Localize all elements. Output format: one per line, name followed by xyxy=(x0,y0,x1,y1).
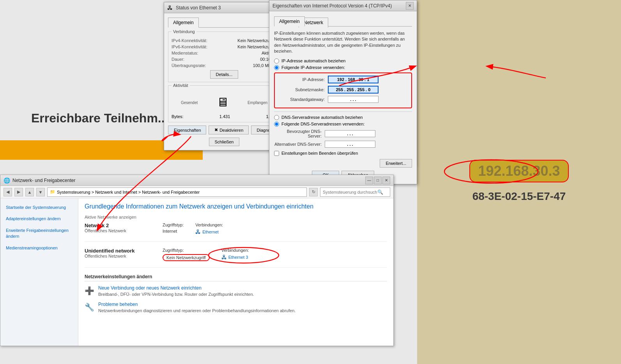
verbindung-title: Verbindung xyxy=(172,29,196,34)
ethernet-icon-1: 🖧 xyxy=(195,229,201,235)
nc-addressbar: ◀ ▶ ▲ ▼ 📁 Systemsteuerung > Netzwerk und… xyxy=(0,186,393,198)
subnet-label: Subnetzmaske: xyxy=(277,87,328,92)
network-entry-2: Unidentified network Öffentliches Netzwe… xyxy=(85,248,387,268)
ipv4-label: IPv4-Konnektivität: xyxy=(172,38,207,43)
settings-item-1: ➕ Neue Verbindung oder neues Netzwerk ei… xyxy=(85,285,387,297)
gateway-input[interactable] xyxy=(328,96,379,103)
tcpip-titlebar[interactable]: Eigenschaften von Internet Protocol Vers… xyxy=(269,0,417,11)
network-center: 🌐 Netzwerk- und Freigabecenter — □ ✕ ◀ ▶… xyxy=(0,175,394,346)
settings-text-1: Neue Verbindung oder neues Netzwerk einr… xyxy=(98,285,387,297)
search-input[interactable] xyxy=(323,190,377,194)
verify-checkbox[interactable] xyxy=(274,151,279,156)
sidebar-medien[interactable]: Medienstreamingooptionen xyxy=(4,244,75,253)
nc-sidebar: Startseite der Systemsteuerung Adapterei… xyxy=(0,198,78,346)
subnet-input[interactable] xyxy=(328,86,379,94)
speed-row: Übertragungsrate: 100,0 MBit/s xyxy=(172,63,277,68)
verbindungen-val-1: 🖧 Ethernet xyxy=(195,229,223,235)
nc-titlebar[interactable]: 🌐 Netzwerk- und Freigabecenter — □ ✕ xyxy=(0,175,393,186)
tcpip-tabs: Allgemein xyxy=(274,16,412,27)
tcpip-dialog: Eigenschaften von Internet Protocol Vers… xyxy=(269,0,417,184)
network-1-name-col: Network 2 Öffentliches Netzwerk xyxy=(85,223,163,233)
tcpip-info: IP-Einstellungen können automatisch zuge… xyxy=(274,30,412,55)
back-button[interactable]: ◀ xyxy=(4,188,12,196)
sent-label: Gesendet xyxy=(181,101,198,105)
ethernet-icon-2: 🖧 xyxy=(221,254,227,260)
troubleshoot-desc: Netzwerkverbindungen diagnostizieren und… xyxy=(98,308,295,313)
nc-controls: — □ ✕ xyxy=(365,177,390,184)
ip-address-input[interactable] xyxy=(328,76,379,83)
nc-main: Grundlegende Informationen zum Netzwerk … xyxy=(78,198,393,346)
recent-button[interactable]: ▼ xyxy=(36,188,45,196)
search-icon: 🔍 xyxy=(377,189,383,195)
breadcrumb-text: Systemsteuerung > Netzwerk und Internet … xyxy=(57,190,200,194)
bytes-sent: 1.431 xyxy=(219,114,230,119)
verbindungen-key-1: Verbindungen: xyxy=(195,223,223,227)
mac-display: 68-3E-02-15-E7-47 xyxy=(472,190,566,203)
deactivate-icon: ✖ xyxy=(214,127,218,133)
up-button[interactable]: ▲ xyxy=(25,188,34,196)
media-row: Medienstatus: Aktiviert xyxy=(172,51,277,55)
manual-ip-radio[interactable] xyxy=(274,65,279,70)
troubleshoot-icon: 🔧 xyxy=(85,302,94,313)
auto-ip-radio[interactable] xyxy=(274,58,279,64)
details-button[interactable]: Details... xyxy=(210,70,239,79)
bytes-row: Bytes: 1.431 1.651 xyxy=(172,114,277,119)
subnet-row: Subnetzmaske: xyxy=(277,86,409,94)
refresh-button[interactable]: ↻ xyxy=(309,188,318,196)
aktivitaet-section: Aktivität Gesendet 🖥 Empfangen Bytes: 1.… xyxy=(168,85,280,122)
auto-dns-radio[interactable] xyxy=(274,115,279,120)
zugriff-val-2: Kein Netzwerkzugriff xyxy=(163,254,210,261)
kein-badge: Kein Netzwerkzugriff xyxy=(163,254,210,261)
tcpip-close[interactable]: ✕ xyxy=(406,2,414,10)
ethernet-3-link[interactable]: Ethernet 3 xyxy=(228,255,248,260)
close-row: Schließen xyxy=(168,138,280,146)
new-connection-link[interactable]: Neue Verbindung oder neues Netzwerk einr… xyxy=(98,285,387,291)
ipv4-row: IPv4-Konnektivität: Kein Netzwerkzugriff xyxy=(172,38,277,43)
search-box: 🔍 xyxy=(320,187,390,197)
sidebar-startseite[interactable]: Startseite der Systemsteuerung xyxy=(4,203,75,212)
speed-label: Übertragungsrate: xyxy=(172,63,206,68)
zugriffstyp-group-2: Zugriffstyp: Kein Netzwerkzugriff xyxy=(163,248,210,261)
erweitern-button[interactable]: Erweitert... xyxy=(380,159,412,168)
settings-item-2: 🔧 Probleme beheben Netzwerkverbindungen … xyxy=(85,302,387,313)
nc-close[interactable]: ✕ xyxy=(382,177,390,184)
status-titlebar[interactable]: 🖧 Status von Ethernet 3 ✕ xyxy=(164,2,284,13)
status-dialog: 🖧 Status von Ethernet 3 ✕ Allgemein Verb… xyxy=(164,2,285,150)
verbindungen-group-2: Verbindungen: 🖧 Ethernet 3 xyxy=(221,248,249,261)
manual-dns-row: Folgende DNS-Serveradressen verwenden: xyxy=(274,122,412,127)
pref-dns-input[interactable] xyxy=(325,130,375,137)
ipv6-label: IPv6-Konnektivität: xyxy=(172,44,207,49)
tcpip-title: Eigenschaften von Internet Protocol Vers… xyxy=(272,3,406,9)
media-label: Medienstatus: xyxy=(172,51,198,55)
auto-ip-row: IP-Adresse automatisch beziehen xyxy=(274,58,412,64)
bytes-label: Bytes: xyxy=(172,114,184,119)
troubleshoot-link[interactable]: Probleme beheben xyxy=(98,302,387,307)
new-connection-icon: ➕ xyxy=(85,286,94,297)
tcpip-content: Allgemein IP-Einstellungen können automa… xyxy=(269,11,417,184)
manual-dns-radio[interactable] xyxy=(274,122,279,127)
sidebar-adapter[interactable]: Adaptereinstellungen ändern xyxy=(4,214,75,223)
erreichbare-heading: Erreichbare Teilnehm... xyxy=(31,111,168,125)
alt-dns-input[interactable] xyxy=(325,141,375,148)
verbindungen-group: Verbindungen: 🖧 Ethernet xyxy=(195,223,223,235)
deaktivieren-button[interactable]: ✖ Deaktivieren xyxy=(209,125,248,134)
nc-minimize[interactable]: — xyxy=(365,177,373,184)
network-icon-center: 🖥 xyxy=(216,95,229,110)
sidebar-erweitert[interactable]: Erweiterte Freigabeeinstellungen ändern xyxy=(4,226,75,241)
ethernet-link-1[interactable]: Ethernet xyxy=(202,230,219,234)
zugriff-key-2: Zugriffstyp: xyxy=(163,248,210,253)
forward-button[interactable]: ▶ xyxy=(14,188,23,196)
tab-allgemein[interactable]: Allgemein xyxy=(168,18,199,28)
eigenschaften-button[interactable]: Eigenschaften xyxy=(168,125,206,134)
network-1-info: Zugriffstyp: Internet Verbindungen: 🖧 Et… xyxy=(163,223,223,235)
ip-label: IP-Adresse: xyxy=(277,77,328,82)
nc-maximize[interactable]: □ xyxy=(374,177,382,184)
schliessen-button[interactable]: Schließen xyxy=(209,138,240,146)
new-connection-desc: Breitband-, DFÜ- oder VPN-Verbindung bzw… xyxy=(98,292,254,297)
tab-allgemein-tcpip[interactable]: Allgemein xyxy=(274,16,305,27)
zugriff-val-1: Internet xyxy=(163,229,184,233)
aktivitaet-title: Aktivität xyxy=(172,83,190,88)
settings-title: Netzwerkeinstellungen ändern xyxy=(85,274,387,281)
zugriff-key-1: Zugriffstyp: xyxy=(163,223,184,227)
status-title: Status von Ethernet 3 xyxy=(176,5,273,11)
